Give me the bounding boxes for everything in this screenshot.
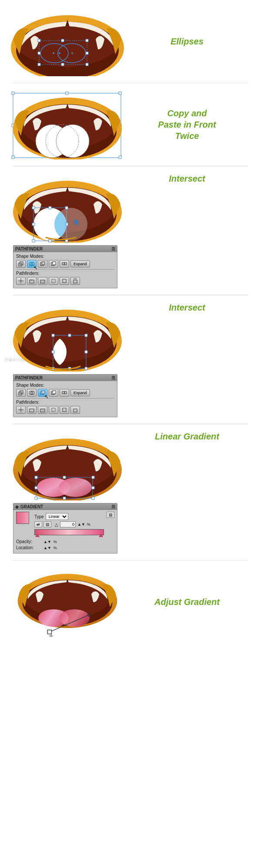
svg-rect-95 — [64, 392, 67, 394]
intersect2-top-row: Intersect — [0, 302, 261, 372]
illustration-linear-gradient — [0, 431, 135, 500]
crop-btn-2[interactable] — [49, 406, 58, 414]
gradient-bar-container[interactable] — [34, 529, 104, 537]
intersect-btn-1[interactable]: ↖ — [27, 260, 37, 268]
gradient-angle-arrows: ▲▼ — [77, 522, 85, 527]
gradient-type-label: Type — [34, 514, 44, 519]
gradient-location-label: Location: — [16, 545, 42, 550]
svg-point-33 — [56, 125, 89, 158]
svg-rect-115 — [35, 497, 37, 500]
svg-rect-9 — [86, 52, 88, 54]
illustration-intersect2 — [0, 302, 135, 372]
svg-rect-20 — [12, 92, 14, 95]
expand-btn-2[interactable]: Expand — [70, 389, 90, 396]
exclude-btn-2[interactable]: ↖ — [38, 389, 47, 397]
pathfinders-label-2: Pathfinders: — [16, 400, 51, 405]
minus-front-btn-2[interactable] — [49, 389, 58, 397]
svg-rect-100 — [52, 408, 55, 412]
mouth-illustration-4 — [7, 302, 128, 372]
shape-mode-buttons-1: ↖ Expand — [16, 260, 114, 268]
merge-btn-2[interactable] — [38, 406, 47, 414]
label-intersect1: Intersect — [135, 173, 235, 184]
expand-btn-1[interactable]: Expand — [70, 260, 90, 267]
svg-rect-81 — [52, 351, 54, 353]
gradient-angle-input[interactable] — [60, 521, 76, 527]
mouth-illustration-5 — [7, 431, 128, 500]
step-label-copy-paste: Copy and Paste in Front Twice — [158, 108, 216, 142]
gradient-title: GRADIENT — [20, 504, 43, 509]
shape-modes-label-1: Shape Modes: — [16, 254, 51, 259]
svg-rect-6 — [61, 39, 64, 42]
gradient-location-arrows: ▲▼ — [44, 546, 51, 550]
unite-btn-2[interactable] — [16, 389, 26, 397]
divide-btn-1[interactable] — [60, 260, 69, 268]
svg-rect-10 — [38, 63, 40, 66]
illustration-intersect1 — [0, 173, 135, 243]
unite-btn-1[interactable] — [16, 260, 26, 268]
svg-rect-78 — [52, 334, 54, 337]
mouth-illustration-2 — [7, 90, 128, 159]
divide-pf-btn-2[interactable] — [16, 406, 26, 414]
svg-rect-85 — [85, 367, 87, 370]
svg-point-14 — [53, 52, 54, 54]
gradient-type-row: Type Linear Radial — [34, 513, 104, 520]
gradient-location-row: Location: ▲▼ % — [16, 545, 114, 550]
divide-pf-btn-1[interactable] — [16, 277, 26, 285]
gradient-side-buttons: ▤ — [107, 512, 114, 518]
gradient-preview-swatch[interactable] — [16, 512, 29, 524]
shape-mode-buttons-2: ↖ Expand — [16, 389, 114, 397]
label-intersect2: Intersect — [135, 302, 235, 313]
svg-rect-101 — [63, 408, 66, 412]
gradient-stop-left[interactable] — [35, 534, 40, 537]
svg-point-15 — [59, 52, 60, 54]
svg-rect-98 — [30, 409, 34, 412]
crop-btn-1[interactable] — [49, 277, 58, 285]
svg-rect-27 — [119, 156, 121, 159]
svg-rect-117 — [92, 497, 94, 500]
pathfinder-title-2: PATHFINDER — [15, 375, 43, 380]
illustration-ellipses — [0, 7, 135, 76]
step-label-intersect1: Intersect — [169, 173, 205, 184]
section-copy-paste: Copy and Paste in Front Twice — [0, 85, 261, 164]
pathfinder-title-bar-1: PATHFINDER ☰ — [13, 246, 117, 252]
svg-rect-68 — [63, 279, 66, 283]
pathfinder-title-1: PATHFINDER — [15, 247, 43, 251]
gradient-opacity-label: Opacity: — [16, 539, 42, 544]
gradient-options-btn[interactable]: ▤ — [44, 521, 51, 527]
svg-rect-22 — [119, 92, 121, 95]
label-copy-paste: Copy and Paste in Front Twice — [135, 108, 235, 142]
illustration-adjust-gradient — [0, 567, 135, 637]
trim-btn-1[interactable] — [27, 277, 37, 285]
outline-btn-1[interactable] — [60, 277, 69, 285]
svg-rect-102 — [74, 409, 77, 412]
gradient-controls: Type Linear Radial ⇄ ▤ △ — [34, 512, 104, 538]
gradient-stop-right[interactable] — [99, 534, 103, 537]
minus-front-btn-1[interactable] — [49, 260, 58, 268]
gradient-type-select[interactable]: Linear Radial — [46, 513, 68, 520]
intersect-btn-2[interactable] — [27, 389, 37, 397]
outline-btn-2[interactable] — [60, 406, 69, 414]
svg-rect-25 — [12, 156, 14, 159]
exclude-btn-1[interactable] — [38, 260, 47, 268]
gradient-angle-label: △ — [55, 522, 58, 527]
trim-btn-2[interactable] — [27, 406, 37, 414]
svg-rect-91 — [42, 391, 45, 394]
svg-rect-12 — [86, 63, 88, 66]
section-adjust-gradient: Adjust Gradient — [0, 563, 261, 645]
merge-btn-1[interactable] — [38, 277, 47, 285]
gradient-opacity-arrows: ▲▼ — [44, 540, 51, 544]
section-intersect1: Intersect PATHFINDER ☰ Shape Modes: ↖ — [0, 169, 261, 293]
label-ellipses: Ellipses — [135, 36, 235, 47]
section-ellipses: Ellipses — [0, 0, 261, 81]
gradient-reverse-btn[interactable]: ⇄ — [34, 521, 42, 527]
mouth-illustration-6 — [7, 567, 128, 637]
gradient-expand-btn[interactable]: ▤ — [107, 512, 114, 518]
minus-back-btn-1[interactable] — [70, 277, 80, 285]
svg-rect-60 — [62, 263, 64, 265]
pathfinder-panel-2: PATHFINDER ☰ Shape Modes: ↖ — [13, 374, 117, 417]
divide-btn-2[interactable] — [60, 389, 69, 397]
pathfinder-panel-1: PATHFINDER ☰ Shape Modes: ↖ — [13, 245, 117, 288]
minus-back-btn-2[interactable] — [70, 406, 80, 414]
linear-gradient-top-row: Linear Gradient — [0, 431, 261, 500]
section-intersect2: 思缘设计论坛 www.missyuan.com — [0, 297, 261, 422]
